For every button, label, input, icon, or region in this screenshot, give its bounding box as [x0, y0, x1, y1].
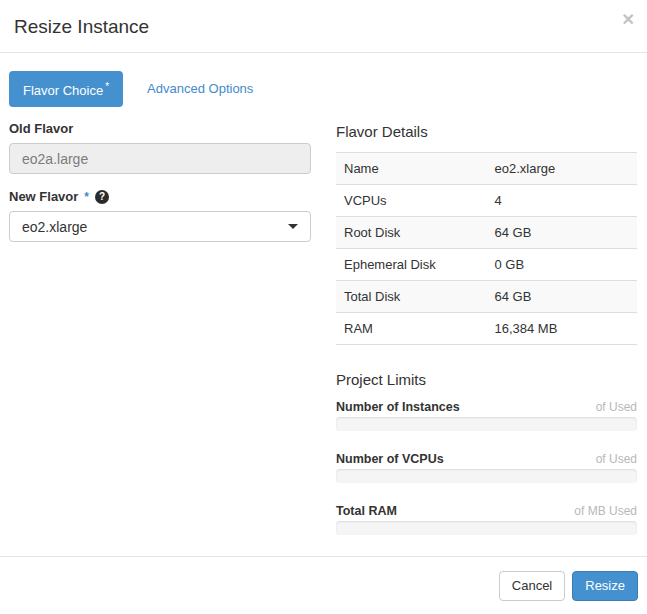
- new-flavor-label: New Flavor * ?: [9, 189, 311, 204]
- required-asterisk: *: [84, 190, 89, 204]
- old-flavor-input[interactable]: [9, 143, 311, 174]
- flavor-details-heading: Flavor Details: [336, 123, 637, 140]
- new-flavor-label-text: New Flavor: [9, 189, 78, 204]
- page-title: Resize Instance: [14, 15, 633, 38]
- table-row: Root Disk 64 GB: [336, 217, 637, 249]
- tab-advanced-options[interactable]: Advanced Options: [133, 73, 267, 105]
- detail-label: RAM: [336, 313, 487, 345]
- detail-value: 0 GB: [487, 249, 638, 281]
- detail-value: 16,384 MB: [487, 313, 638, 345]
- limit-usage: of Used: [596, 400, 637, 414]
- table-row: VCPUs 4: [336, 185, 637, 217]
- old-flavor-label: Old Flavor: [9, 121, 311, 136]
- detail-label: Ephemeral Disk: [336, 249, 487, 281]
- content-columns: Old Flavor New Flavor * ? eo2.xlarge Fla…: [9, 121, 638, 556]
- detail-value: 64 GB: [487, 217, 638, 249]
- detail-value: 64 GB: [487, 281, 638, 313]
- modal-footer: Cancel Resize: [0, 556, 647, 614]
- limit-vcpus: Number of VCPUs of Used: [336, 452, 637, 483]
- ram-progress-bar: [336, 521, 637, 535]
- table-row: RAM 16,384 MB: [336, 313, 637, 345]
- close-icon[interactable]: ✕: [622, 12, 635, 28]
- detail-value: 4: [487, 185, 638, 217]
- table-row: Name eo2.xlarge: [336, 153, 637, 185]
- instances-progress-bar: [336, 417, 637, 431]
- detail-value: eo2.xlarge: [487, 153, 638, 185]
- limit-usage: of MB Used: [574, 504, 637, 518]
- flavor-details-panel: Flavor Details Name eo2.xlarge VCPUs 4 R…: [336, 121, 637, 556]
- flavor-form: Old Flavor New Flavor * ? eo2.xlarge: [9, 121, 311, 556]
- limit-instances: Number of Instances of Used: [336, 400, 637, 431]
- modal-header: Resize Instance ✕: [0, 0, 647, 53]
- help-icon[interactable]: ?: [95, 190, 109, 204]
- limit-ram: Total RAM of MB Used: [336, 504, 637, 535]
- tab-bar: Flavor Choice* Advanced Options: [9, 71, 638, 107]
- flavor-details-table: Name eo2.xlarge VCPUs 4 Root Disk 64 GB …: [336, 152, 637, 345]
- detail-label: Name: [336, 153, 487, 185]
- detail-label: VCPUs: [336, 185, 487, 217]
- vcpus-progress-bar: [336, 469, 637, 483]
- limit-label: Number of Instances: [336, 400, 460, 414]
- caret-down-icon: [288, 224, 298, 229]
- required-asterisk: *: [105, 81, 109, 92]
- resize-button[interactable]: Resize: [572, 571, 638, 601]
- limit-label: Total RAM: [336, 504, 397, 518]
- detail-label: Total Disk: [336, 281, 487, 313]
- detail-label: Root Disk: [336, 217, 487, 249]
- tab-flavor-choice[interactable]: Flavor Choice*: [9, 71, 123, 107]
- table-row: Total Disk 64 GB: [336, 281, 637, 313]
- table-row: Ephemeral Disk 0 GB: [336, 249, 637, 281]
- limit-usage: of Used: [596, 452, 637, 466]
- new-flavor-selected-value: eo2.xlarge: [22, 219, 87, 235]
- project-limits-heading: Project Limits: [336, 371, 637, 388]
- modal-body: Flavor Choice* Advanced Options Old Flav…: [0, 53, 647, 556]
- new-flavor-select[interactable]: eo2.xlarge: [9, 211, 311, 242]
- limit-label: Number of VCPUs: [336, 452, 444, 466]
- tab-flavor-choice-label: Flavor Choice: [23, 83, 103, 98]
- cancel-button[interactable]: Cancel: [499, 571, 565, 601]
- resize-instance-modal: Resize Instance ✕ Flavor Choice* Advance…: [0, 0, 647, 614]
